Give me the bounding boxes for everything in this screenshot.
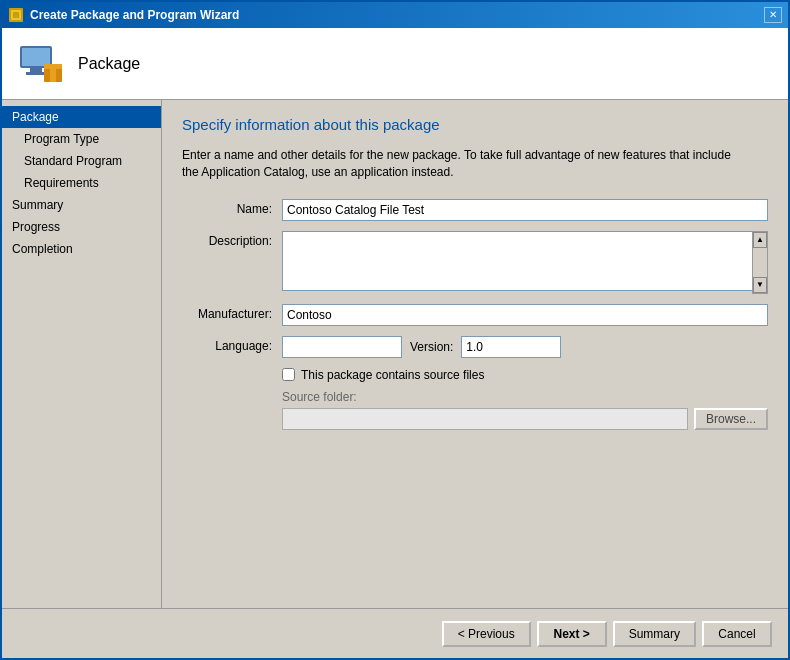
language-input[interactable] — [282, 336, 402, 358]
scroll-up-arrow[interactable]: ▲ — [753, 232, 767, 248]
wizard-header-title: Package — [78, 55, 140, 73]
description-scrollbar[interactable]: ▲ ▼ — [752, 231, 768, 294]
manufacturer-row: Manufacturer: — [182, 304, 768, 326]
content-title: Specify information about this package — [182, 116, 768, 133]
cancel-button[interactable]: Cancel — [702, 621, 772, 647]
package-icon — [16, 40, 64, 88]
browse-button[interactable]: Browse... — [694, 408, 768, 430]
source-folder-label: Source folder: — [282, 390, 768, 404]
manufacturer-input[interactable] — [282, 304, 768, 326]
name-input[interactable] — [282, 199, 768, 221]
version-row: Version: — [282, 336, 768, 358]
checkbox-row: This package contains source files — [282, 368, 768, 382]
title-bar-text: Create Package and Program Wizard — [30, 8, 239, 22]
wizard-nav: Package Program Type Standard Program Re… — [2, 100, 162, 608]
wizard-window: Create Package and Program Wizard ✕ Pack… — [0, 0, 790, 660]
wizard-header: Package — [2, 28, 788, 100]
wizard-body: Package Program Type Standard Program Re… — [2, 100, 788, 608]
window-icon — [8, 7, 24, 23]
source-folder-input[interactable] — [282, 408, 688, 430]
description-label: Description: — [182, 231, 282, 248]
nav-item-completion[interactable]: Completion — [2, 238, 161, 260]
summary-button[interactable]: Summary — [613, 621, 696, 647]
nav-item-program-type[interactable]: Program Type — [2, 128, 161, 150]
language-version-row: Language: Version: — [182, 336, 768, 358]
nav-item-standard-program[interactable]: Standard Program — [2, 150, 161, 172]
svg-rect-9 — [50, 64, 56, 82]
source-folder-section: Source folder: Browse... — [282, 390, 768, 430]
language-label: Language: — [182, 336, 282, 353]
name-field-container — [282, 199, 768, 221]
next-button[interactable]: Next > — [537, 621, 607, 647]
wizard-footer: < Previous Next > Summary Cancel — [2, 608, 788, 658]
manufacturer-field-container — [282, 304, 768, 326]
nav-item-package[interactable]: Package — [2, 106, 161, 128]
svg-rect-4 — [22, 48, 50, 66]
svg-rect-2 — [13, 12, 19, 18]
source-files-checkbox[interactable] — [282, 368, 295, 381]
source-files-label[interactable]: This package contains source files — [301, 368, 484, 382]
description-field-container: ▲ ▼ — [282, 231, 768, 294]
previous-button[interactable]: < Previous — [442, 621, 531, 647]
description-input[interactable] — [282, 231, 768, 291]
name-label: Name: — [182, 199, 282, 216]
scroll-down-arrow[interactable]: ▼ — [753, 277, 767, 293]
textarea-wrapper: ▲ ▼ — [282, 231, 768, 294]
source-folder-row: Browse... — [282, 408, 768, 430]
title-bar: Create Package and Program Wizard ✕ — [2, 2, 788, 28]
nav-item-summary[interactable]: Summary — [2, 194, 161, 216]
wizard-content: Specify information about this package E… — [162, 100, 788, 608]
nav-item-progress[interactable]: Progress — [2, 216, 161, 238]
version-label: Version: — [410, 340, 453, 354]
intro-text: Enter a name and other details for the n… — [182, 147, 742, 181]
name-row: Name: — [182, 199, 768, 221]
nav-item-requirements[interactable]: Requirements — [2, 172, 161, 194]
description-row: Description: ▲ ▼ — [182, 231, 768, 294]
manufacturer-label: Manufacturer: — [182, 304, 282, 321]
title-bar-left: Create Package and Program Wizard — [8, 7, 239, 23]
svg-rect-6 — [26, 72, 46, 75]
svg-rect-5 — [30, 68, 42, 72]
close-button[interactable]: ✕ — [764, 7, 782, 23]
language-version-fields: Version: — [282, 336, 768, 358]
version-input[interactable] — [461, 336, 561, 358]
